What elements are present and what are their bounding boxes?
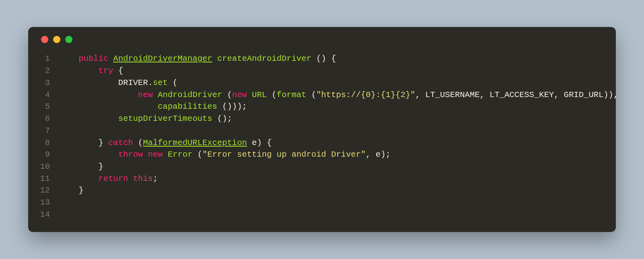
token-punct: () {	[311, 54, 336, 63]
code-line: 2 try {	[39, 65, 605, 77]
token-punct: }	[98, 138, 108, 147]
token-ident: DRIVER.	[118, 78, 153, 87]
token-punct: ()));	[217, 102, 247, 111]
close-icon[interactable]	[41, 36, 48, 43]
token-punct: (	[168, 78, 178, 87]
line-number: 7	[39, 125, 59, 137]
line-content: public AndroidDriverManager createAndroi…	[59, 53, 605, 65]
line-number: 13	[39, 197, 59, 209]
code-line: 1 public AndroidDriverManager createAndr…	[39, 53, 605, 65]
line-content	[59, 125, 605, 137]
token-func: setupDriverTimeouts	[118, 114, 213, 123]
minimize-icon[interactable]	[53, 36, 60, 43]
line-number: 1	[39, 53, 59, 65]
token-string: "Error setting up android Driver"	[202, 150, 366, 159]
line-content: setupDriverTimeouts ();	[59, 113, 605, 125]
token-keyword: new	[232, 90, 247, 99]
line-content: throw new Error ("Error setting up andro…	[59, 149, 605, 161]
token-func: capabilities	[158, 102, 217, 111]
token-type: MalformedURLException	[143, 138, 247, 147]
token-punct	[153, 90, 158, 99]
line-number: 8	[39, 137, 59, 149]
line-content	[59, 209, 605, 221]
token-func: format	[277, 90, 306, 99]
line-number: 5	[39, 101, 59, 113]
token-punct: ();	[212, 114, 232, 123]
token-punct: (	[192, 150, 202, 159]
line-number: 9	[39, 149, 59, 161]
traffic-lights	[41, 36, 605, 43]
token-func: Error	[168, 150, 193, 159]
token-func: set	[153, 78, 168, 87]
maximize-icon[interactable]	[65, 36, 72, 43]
line-number: 3	[39, 77, 59, 89]
code-line: 13	[39, 197, 605, 209]
line-content	[59, 197, 605, 209]
token-punct: (	[133, 138, 143, 147]
token-punct	[108, 54, 113, 63]
line-number: 2	[39, 65, 59, 77]
token-punct	[212, 54, 217, 63]
line-content: } catch (MalformedURLException e) {	[59, 137, 605, 149]
line-number: 4	[39, 89, 59, 101]
token-punct: ) {	[257, 138, 272, 147]
token-punct	[247, 90, 252, 99]
line-content: new AndroidDriver (new URL (format ("htt…	[59, 89, 616, 101]
code-line: 7	[39, 125, 605, 137]
token-keyword: catch	[108, 138, 133, 147]
code-line: 8 } catch (MalformedURLException e) {	[39, 137, 605, 149]
token-func: AndroidDriver	[158, 90, 222, 99]
code-line: 12 }	[39, 184, 605, 197]
line-content: }	[59, 184, 605, 197]
token-type: AndroidDriverManager	[113, 54, 212, 63]
token-punct	[128, 174, 133, 183]
line-number: 14	[39, 209, 59, 221]
code-line: 6 setupDriverTimeouts ();	[39, 113, 605, 125]
code-line: 4 new AndroidDriver (new URL (format ("h…	[39, 89, 605, 101]
token-ident: , LT_USERNAME, LT_ACCESS_KEY, GRID_URL))…	[415, 90, 616, 99]
token-func: createAndroidDriver	[217, 54, 312, 63]
line-content: return this;	[59, 173, 605, 185]
token-punct: }	[78, 186, 83, 195]
code-line: 3 DRIVER.set (	[39, 77, 605, 89]
token-punct: (	[267, 90, 277, 99]
token-keyword: new	[138, 90, 153, 99]
token-punct	[163, 150, 167, 159]
token-punct: {	[113, 66, 123, 75]
code-line: 14	[39, 209, 605, 221]
token-keyword: try	[98, 66, 113, 75]
token-keyword: return	[98, 174, 128, 183]
line-number: 11	[39, 173, 59, 185]
token-keyword: public	[78, 54, 108, 63]
code-editor[interactable]: 1 public AndroidDriverManager createAndr…	[39, 53, 605, 220]
token-param: e	[252, 138, 257, 147]
code-line: 5 capabilities ()));	[39, 101, 605, 113]
code-line: 9 throw new Error ("Error setting up and…	[39, 149, 605, 161]
code-line: 11 return this;	[39, 173, 605, 185]
token-keyword: new	[148, 150, 163, 159]
token-punct	[143, 150, 148, 159]
line-number: 6	[39, 113, 59, 125]
token-keyword2: this	[133, 174, 153, 183]
token-ident: , e);	[366, 150, 391, 159]
token-punct: (	[306, 90, 316, 99]
code-window: 1 public AndroidDriverManager createAndr…	[28, 27, 616, 232]
token-punct: }	[98, 162, 103, 171]
line-number: 10	[39, 161, 59, 173]
token-punct	[247, 138, 252, 147]
token-punct: ;	[153, 174, 158, 183]
token-string: "https://{0}:{1}{2}"	[316, 90, 415, 99]
line-content: }	[59, 161, 605, 173]
token-keyword: throw	[118, 150, 143, 159]
line-number: 12	[39, 184, 59, 197]
token-func: URL	[252, 90, 267, 99]
line-content: try {	[59, 65, 605, 77]
line-content: DRIVER.set (	[59, 77, 605, 89]
token-punct: (	[222, 90, 232, 99]
line-content: capabilities ()));	[59, 101, 605, 113]
code-line: 10 }	[39, 161, 605, 173]
